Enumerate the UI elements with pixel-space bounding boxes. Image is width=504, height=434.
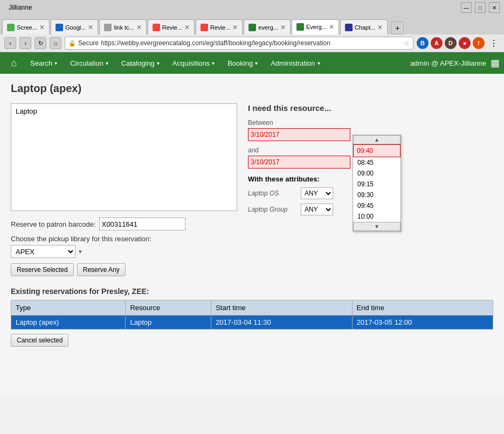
tab-favicon-7 bbox=[296, 23, 304, 31]
tab-label-3: link tc... bbox=[114, 24, 134, 31]
laptop-group-select[interactable]: ANY bbox=[301, 204, 333, 215]
time-scroll-down[interactable]: ▼ bbox=[353, 222, 401, 231]
barcode-input[interactable] bbox=[99, 218, 185, 230]
nav-user-label: admin @ APEX-Jillianne bbox=[410, 59, 486, 67]
right-panel: I need this resource... Between ▲ 09:40 … bbox=[248, 103, 493, 276]
tab-label-5: Revie... bbox=[210, 24, 230, 31]
nav-administration[interactable]: Administration ▾ bbox=[264, 52, 326, 74]
nav-search[interactable]: Search ▾ bbox=[24, 52, 64, 74]
secure-label: Secure bbox=[78, 39, 99, 47]
back-button[interactable]: ‹ bbox=[4, 37, 16, 49]
time-dropdown: ▲ 09:40 08:45 09:00 09:15 09:30 09:45 10… bbox=[353, 135, 401, 232]
row-end-time: 2017-03-05 12:00 bbox=[352, 316, 493, 330]
tab-favicon-6 bbox=[248, 24, 256, 31]
cancel-selected-button[interactable]: Cancel selected bbox=[11, 334, 68, 347]
resource-item: Laptop bbox=[13, 106, 234, 116]
nav-cataloging[interactable]: Cataloging ▾ bbox=[115, 52, 166, 74]
home-nav-button[interactable]: ⌂ bbox=[4, 52, 24, 74]
patron-section: Reserve to patron barcode: Choose the pi… bbox=[11, 218, 237, 276]
reserve-selected-button[interactable]: Reserve Selected bbox=[11, 263, 74, 276]
row-resource: Laptop bbox=[126, 316, 211, 330]
existing-reservations-section: Existing reservations for Presley, ZEE: … bbox=[11, 287, 493, 347]
forward-button[interactable]: › bbox=[19, 37, 31, 49]
reserve-any-button[interactable]: Reserve Any bbox=[77, 263, 126, 276]
right-panel-heading: I need this resource... bbox=[248, 103, 493, 113]
main-content: Laptop (apex) Laptop Reserve to patron b… bbox=[0, 74, 504, 397]
start-date-input[interactable] bbox=[248, 128, 350, 141]
tab-favicon-8 bbox=[345, 24, 353, 31]
browser-tab-8[interactable]: Chapt... ✕ bbox=[340, 19, 388, 34]
tab-label-2: Googl... bbox=[65, 24, 86, 31]
tab-favicon-3 bbox=[104, 24, 112, 31]
col-resource: Resource bbox=[126, 300, 211, 316]
home-button[interactable]: ⌂ bbox=[50, 37, 61, 49]
tab-close-1[interactable]: ✕ bbox=[39, 24, 45, 31]
tab-label-1: Scree... bbox=[17, 24, 37, 31]
extension-icon-4[interactable]: ● bbox=[459, 37, 471, 49]
pickup-library-select[interactable]: APEX bbox=[11, 245, 75, 258]
extension-icon-2[interactable]: A bbox=[431, 37, 443, 49]
address-bar[interactable]: 🔒 Secure https://webby.evergreencatalog.… bbox=[65, 37, 413, 50]
start-datetime-row: ▲ 09:40 08:45 09:00 09:15 09:30 09:45 10… bbox=[248, 128, 493, 141]
browser-tab-2[interactable]: Googl... ✕ bbox=[51, 19, 99, 34]
table-row[interactable]: Laptop (apex) Laptop 2017-03-04 11:30 20… bbox=[11, 316, 493, 330]
tab-close-7[interactable]: ✕ bbox=[329, 23, 334, 31]
browser-tab-3[interactable]: link tc... ✕ bbox=[99, 19, 146, 34]
table-header-row: Type Resource Start time End time bbox=[11, 300, 493, 316]
tab-label-6: everg... bbox=[258, 24, 278, 31]
extension-icon-5[interactable]: ! bbox=[473, 37, 485, 49]
window-maximize[interactable]: □ bbox=[475, 2, 486, 13]
nav-acquisitions[interactable]: Acquisitions ▾ bbox=[166, 52, 221, 74]
reservations-table: Type Resource Start time End time Laptop… bbox=[11, 300, 493, 330]
resource-list[interactable]: Laptop bbox=[11, 103, 237, 211]
browser-tab-5[interactable]: Revie... ✕ bbox=[196, 19, 243, 34]
extension-icon-1[interactable]: B bbox=[417, 37, 429, 49]
extension-icon-3[interactable]: D bbox=[445, 37, 457, 49]
refresh-button[interactable]: ↻ bbox=[34, 37, 46, 49]
browser-menu-button[interactable]: ⋮ bbox=[488, 37, 500, 49]
existing-reservations-heading: Existing reservations for Presley, ZEE: bbox=[11, 287, 493, 296]
time-option-0930[interactable]: 09:30 bbox=[353, 190, 401, 200]
nav-circulation[interactable]: Circulation ▾ bbox=[64, 52, 114, 74]
between-field-group: Between ▲ 09:40 08:45 09:00 09:15 bbox=[248, 119, 493, 141]
tab-close-3[interactable]: ✕ bbox=[136, 24, 142, 31]
tab-favicon-1 bbox=[7, 24, 15, 31]
page-title: Laptop (apex) bbox=[11, 82, 493, 95]
browser-tab-6[interactable]: everg... ✕ bbox=[244, 19, 291, 34]
tab-label-4: Revie... bbox=[162, 24, 182, 31]
browser-tab-4[interactable]: Revie... ✕ bbox=[148, 19, 195, 34]
time-option-1000[interactable]: 10:00 bbox=[353, 211, 401, 222]
tab-close-2[interactable]: ✕ bbox=[88, 24, 93, 31]
booking-nav-label: Booking bbox=[227, 59, 253, 67]
browser-tab-7[interactable]: Everg... ✕ bbox=[292, 19, 339, 34]
new-tab-button[interactable]: + bbox=[391, 22, 404, 34]
nav-booking[interactable]: Booking ▾ bbox=[221, 52, 264, 74]
acquisitions-nav-label: Acquisitions bbox=[172, 59, 210, 67]
search-nav-label: Search bbox=[30, 59, 52, 67]
window-minimize[interactable]: — bbox=[461, 2, 472, 13]
tab-close-4[interactable]: ✕ bbox=[184, 24, 190, 31]
tab-label-8: Chapt... bbox=[355, 24, 376, 31]
browser-user-label: Jillianne bbox=[9, 4, 32, 11]
bookmark-icon[interactable]: ☆ bbox=[404, 39, 410, 47]
browser-action-icons: B A D ● ! bbox=[417, 37, 485, 49]
time-option-0945[interactable]: 09:45 bbox=[353, 200, 401, 211]
browser-tab-1[interactable]: Scree... ✕ bbox=[2, 19, 50, 34]
tab-close-5[interactable]: ✕ bbox=[232, 24, 238, 31]
barcode-label: Reserve to patron barcode: bbox=[11, 220, 96, 228]
time-option-0845[interactable]: 08:45 bbox=[353, 157, 401, 168]
end-date-input[interactable] bbox=[248, 156, 350, 169]
time-display[interactable]: 09:40 bbox=[353, 144, 401, 157]
start-time-value: 09:40 bbox=[357, 147, 373, 155]
time-scroll-up[interactable]: ▲ bbox=[353, 135, 401, 144]
time-option-0915[interactable]: 09:15 bbox=[353, 179, 401, 190]
cataloging-dropdown-arrow: ▾ bbox=[157, 60, 160, 66]
window-close[interactable]: ✕ bbox=[489, 2, 500, 13]
tab-close-6[interactable]: ✕ bbox=[280, 24, 286, 31]
nav-grid-icon[interactable]: ▦ bbox=[491, 57, 500, 69]
pickup-row: APEX ▾ bbox=[11, 245, 237, 258]
tab-close-8[interactable]: ✕ bbox=[377, 24, 383, 31]
booking-layout: Laptop Reserve to patron barcode: Choose… bbox=[11, 103, 493, 276]
laptop-os-select[interactable]: ANY bbox=[301, 187, 333, 199]
time-option-0900[interactable]: 09:00 bbox=[353, 168, 401, 179]
